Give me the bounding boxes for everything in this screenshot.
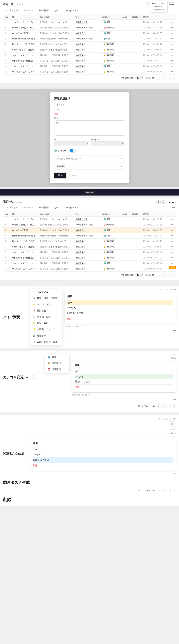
next-page-btn[interactable]: ›	[167, 76, 171, 80]
cat-panel-delete-item[interactable]: 削除	[75, 384, 173, 390]
cell-actions[interactable]: •••	[169, 216, 176, 222]
rel-dots-btn[interactable]: •••	[30, 472, 176, 476]
cat-menu-public[interactable]: 🌍 公開	[45, 354, 69, 360]
prev-page-btn[interactable]: ‹	[162, 76, 166, 80]
row-actions-btn-2[interactable]: •••	[170, 234, 173, 237]
prev-page-btn-3[interactable]: ‹	[162, 404, 166, 408]
title-input[interactable]	[54, 107, 125, 112]
last-page-btn-3[interactable]: »	[172, 404, 176, 408]
filter-type[interactable]: type ∨	[53, 9, 62, 12]
first-page-btn-2[interactable]: «	[157, 273, 161, 276]
cell-actions[interactable]: •••	[169, 238, 176, 244]
menu-item-manual[interactable]: 📄 マニュアル	[30, 289, 62, 295]
row-actions-btn[interactable]: •••	[170, 59, 173, 62]
row-actions-btn[interactable]: •••	[170, 32, 173, 35]
cell-actions[interactable]: •••	[169, 222, 176, 228]
menu-item-past[interactable]: 🗂 過去トラ	[30, 332, 62, 339]
last-page-btn-4[interactable]: »	[172, 489, 176, 492]
first-page-btn-4[interactable]: «	[157, 489, 161, 492]
row-actions-btn-2[interactable]: •••	[170, 256, 173, 259]
prev-page-btn-2[interactable]: ‹	[162, 273, 166, 276]
menu-item-qa[interactable]: ❓ 質疑応答	[30, 308, 62, 314]
cell-actions[interactable]: •••	[169, 244, 176, 250]
type-panel-delete-item[interactable]: 削除	[67, 316, 173, 322]
cell-actions[interactable]: •••	[169, 42, 176, 47]
cat-dots-btn[interactable]: •••	[72, 398, 176, 401]
cell-actions[interactable]: •••	[169, 255, 176, 260]
shared-settings-accordion[interactable]: 共有設定 ∨	[54, 163, 125, 170]
last-page-btn-2[interactable]: »	[172, 273, 176, 276]
row-actions-btn[interactable]: •••	[170, 54, 173, 57]
row-actions-btn[interactable]: •••	[170, 43, 173, 46]
row-actions-btn[interactable]: •••	[170, 70, 173, 73]
cell-actions[interactable]: •••	[169, 260, 176, 266]
github-button[interactable]: GitHub	[84, 190, 95, 194]
menu-item-minutes[interactable]: 📋 議事録・日報	[30, 314, 62, 320]
filter-category-2[interactable]: category ∨	[64, 206, 78, 209]
cell-actions[interactable]: •••	[169, 69, 176, 74]
cat-menu-internal[interactable]: 🔒 社内限定	[45, 360, 69, 366]
add-button[interactable]: 追加	[54, 172, 66, 178]
filter-type-2[interactable]: type ∨	[53, 206, 62, 209]
menu-item-project[interactable]: 📁 プロジェクト	[30, 301, 62, 308]
row-actions-btn[interactable]: •••	[170, 26, 173, 29]
list-view-btn[interactable]: ≡	[161, 200, 165, 204]
first-page-btn-3[interactable]: «	[157, 404, 161, 408]
rows-per-page-select[interactable]: 10 20 50	[135, 76, 143, 80]
row-actions-btn-2[interactable]: •••	[170, 251, 173, 254]
prev-page-btn-4[interactable]: ‹	[162, 489, 166, 492]
row-actions-btn-2[interactable]: •••	[170, 245, 173, 248]
next-page-btn-3[interactable]: ›	[167, 404, 171, 408]
cell-actions[interactable]: •••	[169, 228, 176, 233]
row-actions-btn-2[interactable]: •••	[170, 229, 173, 232]
rel-panel-delete-item[interactable]: 削除	[33, 463, 173, 468]
row-actions-btn-2[interactable]: •••	[170, 218, 173, 221]
row-actions-btn-2[interactable]: •••	[170, 240, 173, 243]
type-panel-category-item[interactable]: category ›	[67, 305, 173, 310]
row-actions-btn[interactable]: •••	[170, 37, 173, 40]
last-page-btn[interactable]: »	[172, 76, 176, 80]
rows-per-page-select-2[interactable]: 10	[135, 273, 143, 276]
cat-panel-type-item[interactable]: type ›	[75, 369, 173, 374]
cell-actions[interactable]: •••	[169, 52, 176, 58]
type-panel-related-item[interactable]: 関連タスク生成	[67, 310, 173, 316]
cell-actions[interactable]: •••	[169, 58, 176, 64]
rel-panel-related-item[interactable]: 関連タスク生成	[33, 457, 173, 463]
type-dots-btn[interactable]: •••	[65, 329, 176, 332]
cell-actions[interactable]: •••	[169, 20, 176, 25]
cell-actions[interactable]: •••	[169, 233, 176, 238]
next-page-btn-4[interactable]: ›	[167, 489, 171, 492]
row-actions-btn[interactable]: •••	[170, 48, 173, 51]
cat-panel-category-item[interactable]: category ›	[75, 374, 173, 379]
list2-menu-btn[interactable]: Menu	[166, 200, 176, 204]
type-panel-type-item[interactable]: type ›	[67, 300, 173, 305]
public-mode-toggle[interactable]	[70, 149, 76, 152]
cat-menu-limited[interactable]: ⏰ 期間限定	[45, 366, 69, 373]
rel-panel-type-item[interactable]: type ›	[33, 447, 173, 452]
desc-textarea[interactable]	[54, 120, 125, 136]
menu-item-idea[interactable]: 💡 企画書・アイデア	[30, 326, 62, 332]
cell-actions[interactable]: •••	[169, 30, 176, 36]
type-select[interactable]	[54, 142, 88, 146]
modal-close-btn[interactable]: ×	[124, 96, 126, 99]
detail-settings-accordion[interactable]: 詳細設定（後の作成不可） ∨	[54, 156, 125, 162]
cell-actions[interactable]: •••	[169, 25, 176, 30]
grid-view-btn[interactable]: ⊞	[156, 200, 160, 204]
cancel-button[interactable]: Ok	[68, 174, 71, 177]
filter-category[interactable]: category ∨	[64, 9, 78, 12]
category-select[interactable]	[91, 142, 125, 146]
row-actions-btn-2[interactable]: •••	[170, 262, 173, 265]
cell-actions[interactable]: •••	[169, 47, 176, 52]
cell-actions[interactable]: •••	[169, 250, 176, 255]
cat-panel-related-item[interactable]: 関連タスク生成	[75, 379, 173, 384]
rel-panel-category-item[interactable]: category ›	[33, 452, 173, 457]
cell-actions[interactable]: •••	[169, 64, 176, 69]
menu-item-web[interactable]: 🖥 Web技術習習・運用	[30, 339, 62, 345]
row-actions-btn-2[interactable]: •••	[170, 223, 173, 226]
menu-button[interactable]: Menu	[166, 2, 176, 6]
first-page-btn[interactable]: «	[157, 76, 161, 80]
menu-item-tech[interactable]: ⚙ 技術仕様書・設計書	[30, 295, 62, 301]
row-actions-btn[interactable]: •••	[170, 21, 173, 24]
row-actions-btn[interactable]: •••	[170, 65, 173, 68]
next-page-btn-2[interactable]: ›	[167, 273, 171, 276]
